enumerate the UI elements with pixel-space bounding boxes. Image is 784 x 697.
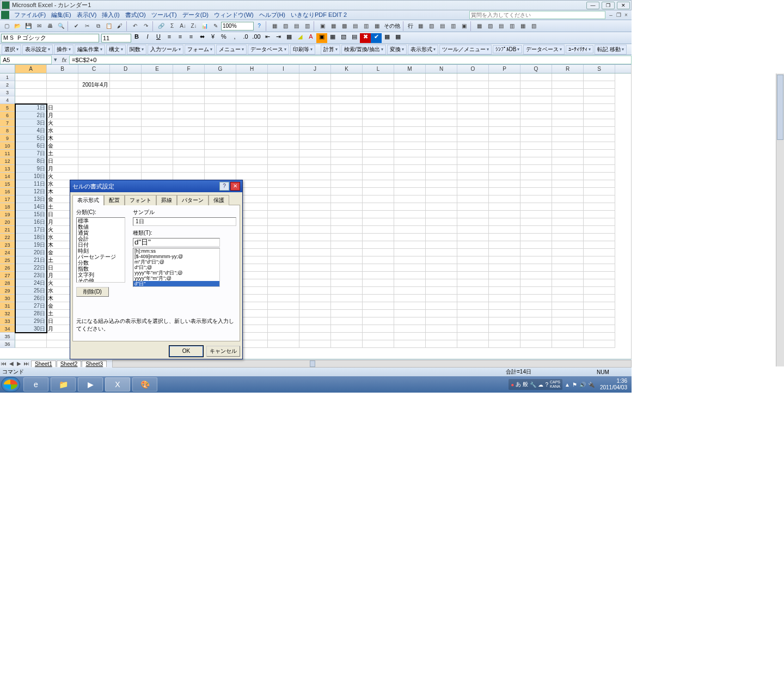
row-header[interactable]: 35 (0, 333, 15, 340)
cell[interactable]: 29日 (15, 317, 47, 325)
row-header[interactable]: 22 (0, 234, 15, 241)
size-combo[interactable] (101, 34, 131, 42)
cell[interactable] (552, 317, 584, 325)
cell[interactable] (457, 264, 489, 272)
cell[interactable] (331, 310, 363, 317)
cell[interactable] (394, 234, 426, 241)
tab-alignment[interactable]: 配置 (104, 195, 125, 205)
addin-icon[interactable]: ▤ (495, 21, 506, 31)
cell[interactable] (268, 195, 299, 203)
cell[interactable]: 月 (47, 165, 78, 173)
col-header[interactable]: M (394, 65, 426, 73)
cell[interactable] (489, 249, 520, 256)
cell[interactable] (426, 157, 457, 165)
cell[interactable] (78, 150, 110, 157)
menu-format[interactable]: 書式(O) (122, 11, 149, 19)
select-all-corner[interactable] (0, 65, 15, 73)
addin-icon[interactable]: ✖ (360, 33, 371, 43)
cell[interactable] (457, 249, 489, 256)
cell[interactable]: 27日 (15, 302, 47, 310)
cell[interactable] (520, 325, 552, 333)
cell[interactable] (268, 74, 299, 81)
cell[interactable] (457, 218, 489, 226)
cell[interactable] (426, 325, 457, 333)
currency-icon[interactable]: ¥ (207, 33, 218, 43)
addin-icon[interactable]: ▦ (393, 33, 403, 43)
cell[interactable] (426, 279, 457, 287)
cell[interactable] (205, 89, 236, 96)
cell[interactable] (489, 264, 520, 272)
cell[interactable] (584, 134, 615, 142)
cell[interactable] (205, 119, 236, 127)
cell[interactable] (236, 112, 268, 119)
cell[interactable] (520, 96, 552, 104)
row-header[interactable]: 20 (0, 218, 15, 226)
cell[interactable] (520, 279, 552, 287)
inc-decimal-icon[interactable]: .0 (240, 33, 251, 43)
redo-icon[interactable]: ↷ (140, 21, 151, 31)
sheet-tab[interactable]: Sheet2 (57, 360, 82, 367)
cell[interactable] (489, 188, 520, 195)
cell[interactable] (331, 317, 363, 325)
cell[interactable] (394, 264, 426, 272)
cell[interactable] (552, 96, 584, 104)
cell[interactable] (520, 226, 552, 234)
cell[interactable] (552, 119, 584, 127)
cell[interactable] (584, 96, 615, 104)
cell[interactable] (268, 340, 299, 348)
cell[interactable] (142, 150, 173, 157)
cell[interactable] (457, 165, 489, 173)
cell[interactable] (584, 234, 615, 241)
cell[interactable] (552, 142, 584, 150)
tab-last-icon[interactable]: ⏭ (23, 360, 30, 366)
cell[interactable] (489, 96, 520, 104)
cell[interactable]: 13日 (15, 195, 47, 203)
addin-simpledb[interactable]: ｼﾝﾌﾟﾙDB (493, 45, 523, 53)
cell[interactable] (363, 142, 394, 150)
name-box-dropdown-icon[interactable]: ▾ (52, 56, 59, 63)
align-left-icon[interactable]: ≡ (164, 33, 175, 43)
cell[interactable] (426, 295, 457, 302)
cell[interactable] (552, 287, 584, 295)
cell[interactable] (299, 127, 331, 134)
cell[interactable] (426, 226, 457, 234)
cell[interactable] (205, 134, 236, 142)
cell[interactable] (552, 226, 584, 234)
cell[interactable]: 18日 (15, 234, 47, 241)
cell[interactable] (584, 81, 615, 89)
cell[interactable] (520, 150, 552, 157)
cell[interactable] (173, 119, 205, 127)
cell[interactable] (268, 150, 299, 157)
cell[interactable] (457, 173, 489, 180)
cell[interactable] (489, 157, 520, 165)
cell[interactable] (520, 112, 552, 119)
indent-dec-icon[interactable]: ⇤ (262, 33, 273, 43)
cell[interactable] (173, 157, 205, 165)
row-header[interactable]: 30 (0, 295, 15, 302)
cell[interactable] (236, 173, 268, 180)
cell[interactable] (520, 287, 552, 295)
cell[interactable] (268, 142, 299, 150)
cell[interactable] (363, 165, 394, 173)
cell[interactable] (394, 180, 426, 188)
cell[interactable] (584, 119, 615, 127)
cell[interactable]: 30日 (15, 325, 47, 333)
tab-pattern[interactable]: パターン (177, 195, 209, 205)
cell[interactable] (457, 142, 489, 150)
cell[interactable] (584, 74, 615, 81)
cell[interactable] (552, 104, 584, 112)
cell[interactable] (331, 81, 363, 89)
cell[interactable] (331, 74, 363, 81)
cell[interactable] (426, 211, 457, 218)
cell[interactable] (299, 173, 331, 180)
cell[interactable] (331, 195, 363, 203)
cell[interactable] (363, 180, 394, 188)
sheet-tab[interactable]: Sheet1 (31, 360, 56, 367)
cell[interactable] (78, 173, 110, 180)
cell[interactable] (268, 264, 299, 272)
cell[interactable] (205, 142, 236, 150)
row-header[interactable]: 19 (0, 211, 15, 218)
cell[interactable] (110, 173, 142, 180)
cell[interactable] (78, 127, 110, 134)
cell[interactable] (299, 188, 331, 195)
